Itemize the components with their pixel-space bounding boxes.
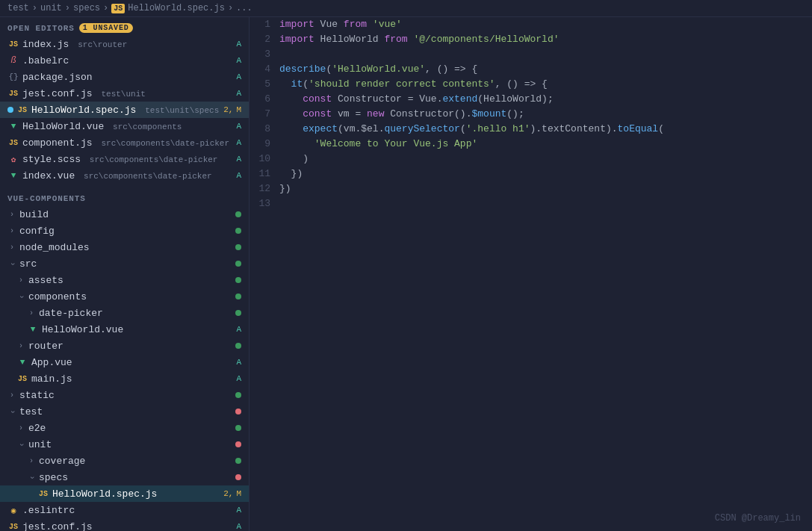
sidebar: OPEN EDITORS 1 UNSAVED JS index.js src\r… [0,17,250,531]
chevron-right-icon [27,308,36,317]
folder-name: static [19,390,55,401]
filepath: test\unit [101,90,145,99]
chevron-right-icon [7,210,16,219]
indicator-dot [235,228,241,234]
indicator-dot [235,458,241,464]
filepath: src\components [113,122,182,131]
open-editor-helloworld-vue[interactable]: ▼ HelloWorld.vue src\components A [0,118,249,134]
filename: style.scss [22,154,81,165]
folder-static[interactable]: static [0,387,249,403]
file-badges: 2, M [223,105,241,114]
filename: jest.conf.js [22,521,93,532]
folder-unit[interactable]: unit [0,436,249,453]
json-icon: {} [7,71,19,83]
breadcrumb-specs[interactable]: specs [73,3,100,13]
breadcrumb-sep: › [228,3,233,13]
open-editor-index-vue[interactable]: ▼ index.vue src\components\date-picker A [0,167,249,184]
js-icon: JS [7,87,19,99]
file-helloworld-vue-src[interactable]: ▼ HelloWorld.vue A [0,321,249,338]
open-editor-component-js[interactable]: JS component.js src\components\date-pick… [0,134,249,151]
filename: package.json [22,72,93,83]
filename: HelloWorld.spec.js [52,488,157,500]
folder-assets[interactable]: assets [0,272,249,288]
open-editor-helloworld-spec[interactable]: JS HelloWorld.spec.js test\unit\specs 2,… [0,102,249,118]
vue-icon: ▼ [27,323,39,335]
code-line-9: 9 'Welcome to Your Vue.js App' [250,137,812,152]
line-content: }) [279,181,812,196]
folder-node-modules[interactable]: node_modules [0,239,249,255]
file-badge: A [236,40,241,49]
folder-router[interactable]: router [0,338,249,354]
file-badge: A [236,374,241,383]
folder-components[interactable]: components [0,288,249,305]
file-main-js[interactable]: JS main.js A [0,370,249,387]
line-content: expect(vm.$el.querySelector('.hello h1')… [279,122,812,137]
line-num: 2 [250,32,279,47]
file-badge-num: 2, [223,105,233,114]
folder-src[interactable]: src [0,255,249,272]
open-editor-style-scss[interactable]: ✿ style.scss src\components\date-picker … [0,151,249,167]
indicator-dot-orange [235,441,241,447]
babel-icon: ß [7,55,19,66]
code-editor[interactable]: 1 import Vue from 'vue' 2 import HelloWo… [250,17,812,531]
folder-name: build [19,209,49,220]
line-content [279,196,812,211]
chevron-right-icon [16,276,25,285]
folder-name: src [19,258,37,270]
filename: index.js [22,39,69,50]
breadcrumb-filename[interactable]: HelloWorld.spec.js [128,3,225,13]
file-badge: A [236,506,241,515]
file-badge: A [236,155,241,164]
folder-e2e[interactable]: e2e [0,420,249,436]
file-badge-m: M [236,489,241,498]
filename: index.vue [22,170,75,181]
code-line-7: 7 const vm = new Constructor().$mount(); [250,107,812,122]
indicator-dot [235,343,241,349]
chevron-down-icon [16,292,25,301]
folder-date-picker[interactable]: date-picker [0,305,249,321]
chevron-down-icon [7,259,16,268]
open-editor-package-json[interactable]: {} package.json A [0,69,249,85]
line-num: 8 [250,122,279,137]
line-num: 10 [250,152,279,167]
vue-icon: ▼ [16,356,28,368]
file-eslintrc[interactable]: ◉ .eslintrc A [0,502,249,518]
folder-specs[interactable]: specs [0,469,249,485]
folder-config[interactable]: config [0,223,249,239]
js-badge: JS [111,4,125,13]
breadcrumb: test › unit › specs › JS HelloWorld.spec… [0,0,812,17]
file-app-vue[interactable]: ▼ App.vue A [0,354,249,370]
line-content: describe('HelloWorld.vue', () => { [279,62,812,77]
open-editor-babelrc[interactable]: ß .babelrc A [0,52,249,69]
folder-test[interactable]: test [0,403,249,420]
filepath: src\components\date-picker [84,172,212,181]
open-editor-jest-conf[interactable]: JS jest.conf.js test\unit A [0,85,249,102]
breadcrumb-test[interactable]: test [7,3,29,13]
open-editor-index-js[interactable]: JS index.js src\router A [0,36,249,52]
line-content: import Vue from 'vue' [279,17,812,32]
filename: HelloWorld.vue [42,324,123,335]
breadcrumb-unit[interactable]: unit [40,3,62,13]
line-content: }) [279,167,812,181]
indicator-dot [235,425,241,431]
file-jest-conf-tree[interactable]: JS jest.conf.js A [0,518,249,531]
line-num: 13 [250,196,279,211]
filepath: src\router [78,40,127,49]
line-num: 5 [250,77,279,92]
indicator-dot-orange [235,409,241,414]
folder-name: node_modules [19,242,90,253]
code-line-8: 8 expect(vm.$el.querySelector('.hello h1… [250,122,812,137]
file-helloworld-spec-tree[interactable]: JS HelloWorld.spec.js 2, M [0,485,249,502]
chevron-down-icon [7,407,16,416]
file-badge: A [236,138,241,147]
folder-build[interactable]: build [0,206,249,223]
js-icon: JS [37,488,49,500]
vue-components-header: VUE-COMPONENTS [0,188,249,206]
line-num: 11 [250,167,279,181]
folder-coverage[interactable]: coverage [0,453,249,469]
code-line-2: 2 import HelloWorld from '@/components/H… [250,32,812,47]
file-badge: A [236,522,241,531]
js-icon: JS [7,38,19,50]
breadcrumb-sep: › [103,3,108,13]
file-badge: A [236,358,241,367]
